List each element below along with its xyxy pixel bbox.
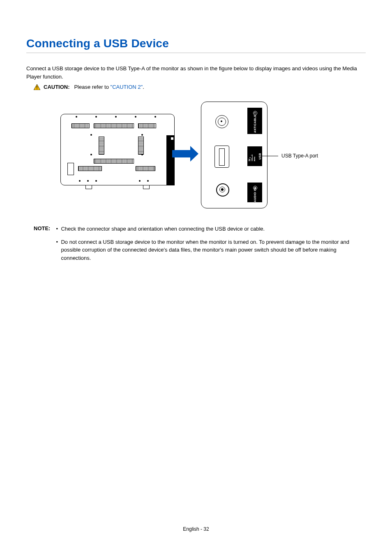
note-item: Check the connector shape and orientatio… [56, 225, 366, 233]
note-item: Do not connect a USB storage device to t… [56, 238, 366, 262]
caution-suffix: . [143, 84, 144, 90]
port-panel-diagram: ANTICABLE 5V⎓ 500mA MAX USB AUDIO IN [201, 102, 267, 208]
note-block: NOTE: Check the connector shape and orie… [34, 225, 366, 267]
anticable-label: ANTICABLE [247, 108, 262, 134]
caution-prefix: Please refer to [74, 84, 110, 90]
audio-port-icon [216, 183, 229, 197]
arrow-icon [172, 150, 190, 157]
page-title: Connecting a USB Device [26, 37, 366, 50]
figure: s ANTICABLE 5V⎓ 500mA MAX USB [60, 102, 332, 208]
page-footer: English - 32 [0, 526, 392, 532]
monitor-rear-diagram: s [60, 114, 175, 185]
arrow-head-icon [190, 146, 198, 162]
caution-row: ! CAUTION: Please refer to "CAUTION 2". [34, 84, 366, 90]
svg-text:!: ! [36, 86, 37, 90]
warning-icon: ! [34, 84, 40, 90]
title-rule [26, 53, 366, 53]
intro-text: Connect a USB storage device to the USB … [26, 65, 366, 81]
caution-link[interactable]: "CAUTION 2" [111, 84, 143, 90]
usb-callout: USB Type-A port [281, 153, 318, 159]
usb-port-icon [214, 146, 229, 168]
note-label: NOTE: [34, 225, 50, 267]
audio-label: AUDIO IN [247, 183, 262, 202]
usb-label: 5V⎓ 500mA MAX USB [247, 146, 262, 166]
caution-label: CAUTION: [44, 84, 70, 90]
